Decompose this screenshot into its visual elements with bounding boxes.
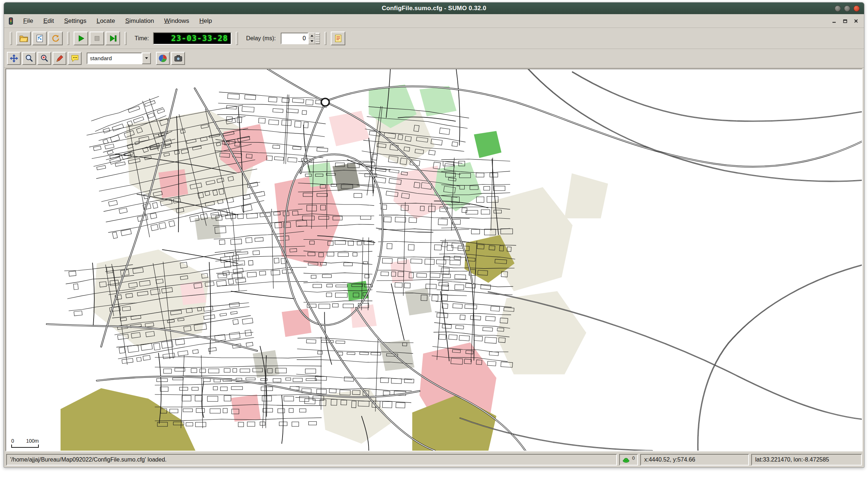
delay-increment-button[interactable] — [308, 33, 315, 38]
scale-ruler — [11, 445, 39, 448]
open-config-button[interactable] — [16, 32, 31, 45]
step-button[interactable] — [106, 32, 120, 45]
time-display: 23-03-33-28 — [153, 32, 231, 45]
open-network-button[interactable] — [32, 32, 47, 45]
window-title: ConfigFile.sumo.cfg - SUMO 0.32.0 — [4, 5, 864, 12]
arrow-down-icon — [310, 40, 313, 44]
step-icon — [108, 34, 118, 43]
mdi-minimize-icon — [832, 19, 836, 23]
zoom-button[interactable] — [22, 52, 36, 65]
app-icon — [7, 17, 15, 25]
toolbar-grip[interactable] — [124, 32, 127, 45]
breakpoints-button[interactable] — [331, 32, 345, 45]
reload-icon — [51, 34, 60, 43]
network-map[interactable] — [6, 69, 862, 451]
open-network-icon — [35, 34, 44, 43]
menu-settings[interactable]: Settings — [59, 15, 91, 27]
open-config-icon — [19, 34, 29, 43]
delay-decrement-button[interactable] — [308, 38, 315, 44]
window-controls — [835, 5, 864, 12]
locate-icon — [40, 54, 49, 63]
edit-viewport-button[interactable] — [53, 52, 66, 65]
reload-button[interactable] — [48, 32, 63, 45]
vehicle-icon — [622, 457, 630, 463]
toolbar-grip[interactable] — [10, 32, 12, 45]
view-toolbar: standard — [4, 49, 864, 68]
scale-distance-label: 100m — [26, 438, 39, 444]
mdi-restore-icon — [843, 19, 848, 23]
zoom-icon — [25, 54, 34, 63]
status-message: '/home/ajjaj/Bureau/Map092022/ConfigFile… — [6, 454, 617, 466]
app-window: ConfigFile.sumo.cfg - SUMO 0.32.0 File E… — [4, 2, 864, 468]
toolbar-grip[interactable] — [236, 32, 238, 45]
window-close-button[interactable] — [853, 5, 860, 12]
mdi-restore-button[interactable] — [841, 17, 850, 25]
mdi-minimize-button[interactable] — [830, 17, 839, 25]
delay-label: Delay (ms): — [246, 35, 276, 42]
titlebar: ConfigFile.sumo.cfg - SUMO 0.32.0 — [4, 3, 864, 14]
menu-locate[interactable]: Locate — [92, 15, 120, 27]
screenshot-page: ConfigFile.sumo.cfg - SUMO 0.32.0 File E… — [0, 0, 868, 492]
statusbar: '/home/ajjaj/Bureau/Map092022/ConfigFile… — [4, 452, 864, 467]
breakpoints-icon — [334, 34, 343, 43]
play-button[interactable] — [74, 32, 88, 45]
mdi-controls — [830, 17, 860, 25]
delay-dial[interactable] — [315, 33, 320, 44]
time-label: Time: — [135, 35, 149, 42]
vehicle-count: 0 — [632, 455, 635, 461]
toolbar-grip[interactable] — [67, 32, 69, 45]
delay-spinner — [281, 33, 320, 44]
chevron-down-icon — [145, 57, 148, 61]
color-scheme-value[interactable]: standard — [87, 53, 142, 64]
delay-spin-buttons — [308, 33, 315, 44]
window-minimize-button[interactable] — [835, 5, 841, 12]
cursor-xy: x:4440.52, y:574.66 — [640, 454, 749, 466]
scale-bar: 0 100m — [11, 438, 39, 448]
tooltips-button[interactable] — [68, 52, 82, 65]
color-scheme-dropdown-button[interactable] — [142, 53, 151, 64]
tooltips-icon — [70, 54, 79, 63]
recenter-view-icon — [9, 54, 18, 63]
recenter-view-button[interactable] — [7, 52, 21, 65]
menubar: File Edit Settings Locate Simulation Win… — [4, 14, 864, 28]
camera-icon — [174, 54, 183, 63]
edit-viewport-icon — [55, 54, 64, 63]
menu-help[interactable]: Help — [195, 15, 217, 27]
play-icon — [77, 34, 86, 43]
edit-color-scheme-button[interactable] — [156, 52, 170, 65]
menu-simulation[interactable]: Simulation — [120, 15, 159, 27]
stop-button[interactable] — [90, 32, 104, 45]
stop-icon — [92, 34, 102, 43]
menu-file[interactable]: File — [18, 15, 38, 27]
menu-windows[interactable]: Windows — [160, 15, 194, 27]
locate-button[interactable] — [37, 52, 51, 65]
cursor-latlon: lat:33.221470, lon:-8.472585 — [751, 454, 862, 466]
delay-input[interactable] — [281, 33, 308, 44]
map-view[interactable]: 0 100m — [5, 69, 863, 451]
color-wheel-icon — [159, 54, 168, 63]
menu-edit[interactable]: Edit — [38, 15, 58, 27]
scale-zero-label: 0 — [11, 438, 14, 444]
toolbar-grip[interactable] — [324, 32, 326, 45]
snapshot-button[interactable] — [171, 52, 185, 65]
mdi-close-icon — [854, 19, 858, 23]
mdi-close-button[interactable] — [852, 17, 860, 25]
window-maximize-button[interactable] — [844, 5, 850, 12]
vehicle-count-panel: 0 — [619, 454, 638, 466]
color-scheme-combo: standard — [87, 53, 151, 64]
arrow-up-icon — [310, 33, 313, 37]
main-toolbar: Time: 23-03-33-28 Delay (ms): — [4, 28, 864, 49]
